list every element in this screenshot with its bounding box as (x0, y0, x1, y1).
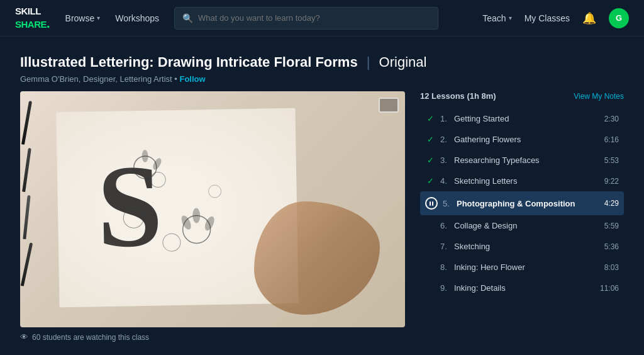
lesson-name: Collage & Design (454, 221, 599, 230)
video-player[interactable]: S (20, 91, 405, 327)
lesson-list: ✓ 1. Getting Started 2:30 ✓ 2. Gathering… (420, 108, 624, 298)
lesson-item[interactable]: 7. Sketching 5:36 (420, 236, 624, 257)
lesson-name: Sketching (454, 242, 599, 251)
lesson-item[interactable]: ✓ 3. Researching Typefaces 5:53 (420, 150, 624, 171)
lesson-item[interactable]: ✓ 1. Getting Started 2:30 (420, 108, 624, 129)
check-icon: ✓ (425, 176, 435, 186)
search-icon: 🔍 (182, 13, 193, 23)
logo[interactable]: SKILL share. (15, 6, 50, 30)
workshops-link[interactable]: Workshops (115, 13, 159, 23)
workshops-label: Workshops (115, 13, 159, 23)
lesson-duration: 5:53 (604, 156, 619, 165)
lesson-duration: 11:06 (600, 284, 619, 293)
lesson-name: Photographing & Composition (457, 199, 599, 208)
lesson-number: 9. (440, 283, 449, 293)
lesson-number: 1. (440, 114, 449, 123)
video-section: S (20, 91, 405, 345)
lesson-count: 12 Lessons (1h 8m) (420, 91, 496, 101)
lesson-item[interactable]: ✓ 2. Gathering Flowers 6:16 (420, 129, 624, 150)
search-input[interactable] (198, 13, 430, 23)
logo-skill-text: SKILL share. (15, 6, 50, 30)
course-title-text: Illustrated Lettering: Drawing Intricate… (20, 54, 358, 70)
my-classes-link[interactable]: My Classes (525, 13, 570, 23)
pause-icon (425, 197, 438, 210)
check-icon: ✓ (425, 135, 435, 144)
lesson-item[interactable]: 5. Photographing & Composition 4:29 (420, 191, 624, 215)
follow-link[interactable]: Follow (179, 74, 205, 84)
watchers-text: 60 students are watching this class (32, 333, 149, 342)
browse-label: Browse (65, 13, 95, 23)
lesson-duration: 5:59 (604, 222, 619, 230)
check-icon: ✓ (425, 155, 435, 165)
my-classes-label: My Classes (525, 13, 570, 23)
course-badge: Original (379, 54, 427, 70)
main-content: Illustrated Lettering: Drawing Intricate… (0, 37, 644, 355)
navbar: SKILL share. Browse ▾ Workshops 🔍 Teach … (0, 0, 644, 37)
avatar-initials: G (616, 13, 622, 23)
lesson-number: 3. (440, 155, 449, 165)
check-icon: ✓ (425, 114, 435, 123)
search-bar[interactable]: 🔍 (174, 7, 438, 30)
teach-label: Teach (482, 13, 506, 23)
content-area: S (20, 91, 624, 345)
lesson-item[interactable]: ✓ 4. Sketching Letters 9:22 (420, 171, 624, 191)
lesson-name: Researching Typefaces (454, 155, 599, 165)
course-subtitle: Gemma O'Brien, Designer, Lettering Artis… (20, 74, 624, 84)
teach-menu[interactable]: Teach ▾ (482, 13, 511, 23)
lesson-duration: 6:16 (604, 135, 619, 144)
video-thumbnail: S (20, 91, 405, 327)
browse-menu[interactable]: Browse ▾ (65, 13, 101, 23)
lesson-duration: 5:36 (604, 242, 619, 251)
lesson-number: 8. (440, 262, 449, 272)
eye-icon: 👁 (20, 332, 28, 342)
notification-bell-icon[interactable]: 🔔 (582, 11, 596, 25)
nav-right: Teach ▾ My Classes 🔔 G (482, 8, 629, 28)
teach-chevron-icon: ▾ (509, 14, 512, 21)
lesson-number: 7. (440, 242, 449, 251)
lesson-duration: 9:22 (604, 177, 619, 186)
lesson-number: 6. (440, 221, 449, 230)
avatar[interactable]: G (609, 8, 629, 28)
lesson-duration: 2:30 (604, 115, 619, 123)
lesson-item[interactable]: 8. Inking: Hero Flower 8:03 (420, 257, 624, 278)
course-title: Illustrated Lettering: Drawing Intricate… (20, 54, 624, 70)
lesson-name: Inking: Details (454, 283, 595, 293)
lesson-name: Getting Started (454, 114, 599, 123)
lesson-number: 2. (440, 135, 449, 144)
lesson-panel: 12 Lessons (1h 8m) View My Notes ✓ 1. Ge… (420, 91, 624, 345)
course-instructor: Gemma O'Brien, Designer, Lettering Artis… (20, 74, 172, 84)
lesson-header: 12 Lessons (1h 8m) View My Notes (420, 91, 624, 101)
lesson-number: 4. (440, 176, 449, 186)
lesson-number: 5. (443, 199, 452, 208)
pip-icon[interactable] (379, 98, 399, 113)
lesson-item[interactable]: 9. Inking: Details 11:06 (420, 278, 624, 298)
lesson-name: Gathering Flowers (454, 135, 599, 144)
browse-chevron-icon: ▾ (97, 14, 100, 21)
lesson-name: Sketching Letters (454, 176, 599, 186)
title-separator: | (367, 54, 370, 70)
view-notes-link[interactable]: View My Notes (574, 92, 624, 101)
pens-decoration (25, 101, 28, 286)
lesson-duration: 4:29 (604, 199, 619, 208)
lesson-name: Inking: Hero Flower (454, 262, 599, 272)
lesson-item[interactable]: 6. Collage & Design 5:59 (420, 215, 624, 236)
video-meta: 👁 60 students are watching this class (20, 332, 405, 342)
lesson-duration: 8:03 (604, 263, 619, 272)
course-header: Illustrated Lettering: Drawing Intricate… (20, 54, 624, 84)
